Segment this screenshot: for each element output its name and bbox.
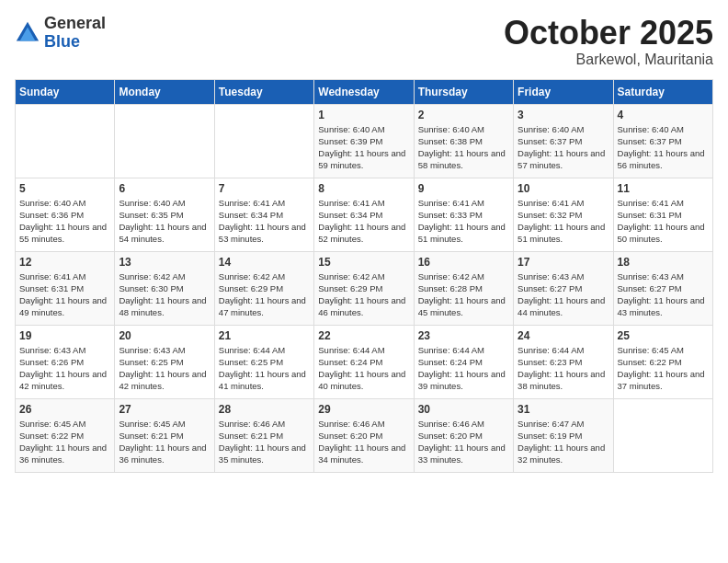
day-number: 11 (618, 182, 709, 195)
day-info: Sunrise: 6:41 AMSunset: 6:33 PMDaylight:… (418, 197, 509, 246)
table-row (16, 104, 115, 178)
weekday-header-friday: Friday (514, 79, 613, 104)
week-row-5: 26Sunrise: 6:45 AMSunset: 6:22 PMDayligh… (16, 398, 713, 472)
day-info: Sunrise: 6:44 AMSunset: 6:23 PMDaylight:… (518, 344, 609, 393)
logo-general: General (44, 14, 106, 32)
weekday-header-row: SundayMondayTuesdayWednesdayThursdayFrid… (16, 79, 713, 104)
table-row: 8Sunrise: 6:41 AMSunset: 6:34 PMDaylight… (314, 178, 414, 251)
day-info: Sunrise: 6:41 AMSunset: 6:31 PMDaylight:… (19, 270, 110, 319)
title-block: October 2025 Barkewol, Mauritania (504, 15, 713, 68)
day-info: Sunrise: 6:42 AMSunset: 6:28 PMDaylight:… (418, 270, 509, 319)
day-number: 8 (318, 182, 409, 195)
week-row-1: 1Sunrise: 6:40 AMSunset: 6:39 PMDaylight… (16, 104, 713, 178)
table-row: 24Sunrise: 6:44 AMSunset: 6:23 PMDayligh… (514, 325, 613, 398)
day-info: Sunrise: 6:40 AMSunset: 6:38 PMDaylight:… (418, 123, 509, 172)
weekday-header-wednesday: Wednesday (314, 79, 414, 104)
weekday-header-thursday: Thursday (414, 79, 513, 104)
day-info: Sunrise: 6:44 AMSunset: 6:25 PMDaylight:… (219, 344, 310, 393)
day-number: 7 (219, 182, 310, 195)
day-number: 26 (19, 403, 110, 416)
table-row: 31Sunrise: 6:47 AMSunset: 6:19 PMDayligh… (514, 398, 613, 472)
day-number: 16 (418, 256, 509, 269)
day-info: Sunrise: 6:42 AMSunset: 6:29 PMDaylight:… (219, 270, 310, 319)
day-number: 25 (618, 329, 709, 342)
day-info: Sunrise: 6:40 AMSunset: 6:37 PMDaylight:… (618, 123, 709, 172)
table-row: 16Sunrise: 6:42 AMSunset: 6:28 PMDayligh… (414, 251, 513, 325)
day-info: Sunrise: 6:41 AMSunset: 6:34 PMDaylight:… (219, 197, 310, 246)
day-info: Sunrise: 6:46 AMSunset: 6:21 PMDaylight:… (219, 418, 310, 466)
table-row: 30Sunrise: 6:46 AMSunset: 6:20 PMDayligh… (414, 398, 513, 472)
day-number: 22 (318, 329, 409, 342)
day-info: Sunrise: 6:43 AMSunset: 6:27 PMDaylight:… (518, 270, 609, 319)
day-number: 30 (418, 403, 509, 416)
day-number: 14 (219, 256, 310, 269)
week-row-3: 12Sunrise: 6:41 AMSunset: 6:31 PMDayligh… (16, 251, 713, 325)
page-header: General Blue October 2025 Barkewol, Maur… (15, 15, 713, 68)
day-number: 27 (119, 403, 210, 416)
logo: General Blue (15, 15, 106, 52)
table-row: 2Sunrise: 6:40 AMSunset: 6:38 PMDaylight… (414, 104, 513, 178)
day-number: 21 (219, 329, 310, 342)
day-number: 10 (518, 182, 609, 195)
table-row: 27Sunrise: 6:45 AMSunset: 6:21 PMDayligh… (115, 398, 214, 472)
table-row: 3Sunrise: 6:40 AMSunset: 6:37 PMDaylight… (514, 104, 613, 178)
day-info: Sunrise: 6:47 AMSunset: 6:19 PMDaylight:… (518, 418, 609, 466)
logo-text: General Blue (44, 15, 106, 52)
table-row: 14Sunrise: 6:42 AMSunset: 6:29 PMDayligh… (214, 251, 313, 325)
day-number: 1 (318, 109, 409, 121)
day-number: 12 (19, 256, 110, 269)
table-row: 6Sunrise: 6:40 AMSunset: 6:35 PMDaylight… (115, 178, 214, 251)
day-info: Sunrise: 6:41 AMSunset: 6:32 PMDaylight:… (518, 197, 609, 246)
day-number: 4 (618, 109, 709, 121)
day-number: 19 (19, 329, 110, 342)
day-number: 23 (418, 329, 509, 342)
table-row: 5Sunrise: 6:40 AMSunset: 6:36 PMDaylight… (16, 178, 115, 251)
weekday-header-saturday: Saturday (613, 79, 712, 104)
weekday-header-monday: Monday (115, 79, 214, 104)
table-row: 26Sunrise: 6:45 AMSunset: 6:22 PMDayligh… (16, 398, 115, 472)
day-number: 31 (518, 403, 609, 416)
day-info: Sunrise: 6:46 AMSunset: 6:20 PMDaylight:… (318, 418, 409, 466)
day-number: 13 (119, 256, 210, 269)
day-number: 20 (119, 329, 210, 342)
table-row: 21Sunrise: 6:44 AMSunset: 6:25 PMDayligh… (214, 325, 313, 398)
table-row: 25Sunrise: 6:45 AMSunset: 6:22 PMDayligh… (613, 325, 712, 398)
day-number: 3 (518, 109, 609, 121)
day-info: Sunrise: 6:40 AMSunset: 6:39 PMDaylight:… (318, 123, 409, 172)
day-info: Sunrise: 6:45 AMSunset: 6:22 PMDaylight:… (618, 344, 709, 393)
day-info: Sunrise: 6:40 AMSunset: 6:36 PMDaylight:… (19, 197, 110, 246)
table-row (115, 104, 214, 178)
day-info: Sunrise: 6:42 AMSunset: 6:29 PMDaylight:… (318, 270, 409, 319)
day-info: Sunrise: 6:43 AMSunset: 6:27 PMDaylight:… (618, 270, 709, 319)
weekday-header-tuesday: Tuesday (214, 79, 313, 104)
table-row: 13Sunrise: 6:42 AMSunset: 6:30 PMDayligh… (115, 251, 214, 325)
day-info: Sunrise: 6:40 AMSunset: 6:37 PMDaylight:… (518, 123, 609, 172)
table-row: 15Sunrise: 6:42 AMSunset: 6:29 PMDayligh… (314, 251, 414, 325)
weekday-header-sunday: Sunday (16, 79, 115, 104)
calendar-table: SundayMondayTuesdayWednesdayThursdayFrid… (15, 79, 713, 473)
day-number: 5 (19, 182, 110, 195)
logo-icon (15, 20, 40, 46)
week-row-2: 5Sunrise: 6:40 AMSunset: 6:36 PMDaylight… (16, 178, 713, 251)
day-info: Sunrise: 6:40 AMSunset: 6:35 PMDaylight:… (119, 197, 210, 246)
day-info: Sunrise: 6:41 AMSunset: 6:34 PMDaylight:… (318, 197, 409, 246)
table-row: 7Sunrise: 6:41 AMSunset: 6:34 PMDaylight… (214, 178, 313, 251)
table-row: 9Sunrise: 6:41 AMSunset: 6:33 PMDaylight… (414, 178, 513, 251)
day-info: Sunrise: 6:44 AMSunset: 6:24 PMDaylight:… (318, 344, 409, 393)
day-number: 28 (219, 403, 310, 416)
day-number: 9 (418, 182, 509, 195)
day-info: Sunrise: 6:46 AMSunset: 6:20 PMDaylight:… (418, 418, 509, 466)
location-title: Barkewol, Mauritania (504, 52, 713, 68)
table-row: 20Sunrise: 6:43 AMSunset: 6:25 PMDayligh… (115, 325, 214, 398)
day-info: Sunrise: 6:44 AMSunset: 6:24 PMDaylight:… (418, 344, 509, 393)
table-row: 19Sunrise: 6:43 AMSunset: 6:26 PMDayligh… (16, 325, 115, 398)
day-info: Sunrise: 6:45 AMSunset: 6:21 PMDaylight:… (119, 418, 210, 466)
day-info: Sunrise: 6:45 AMSunset: 6:22 PMDaylight:… (19, 418, 110, 466)
month-title: October 2025 (504, 15, 713, 52)
day-info: Sunrise: 6:43 AMSunset: 6:25 PMDaylight:… (119, 344, 210, 393)
day-number: 6 (119, 182, 210, 195)
table-row (214, 104, 313, 178)
table-row: 29Sunrise: 6:46 AMSunset: 6:20 PMDayligh… (314, 398, 414, 472)
table-row: 10Sunrise: 6:41 AMSunset: 6:32 PMDayligh… (514, 178, 613, 251)
table-row: 1Sunrise: 6:40 AMSunset: 6:39 PMDaylight… (314, 104, 414, 178)
